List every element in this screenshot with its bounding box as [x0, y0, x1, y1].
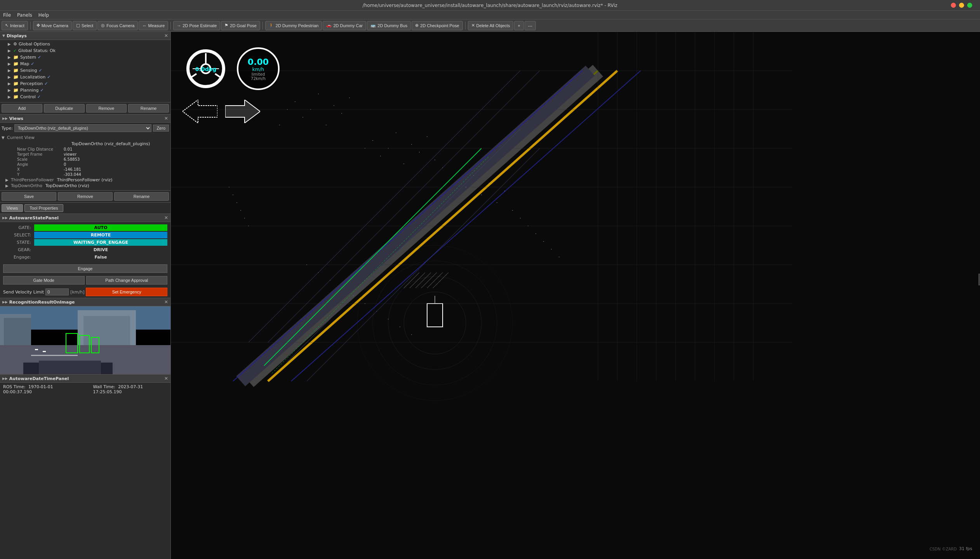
measure-button[interactable]: ↔ Measure	[139, 21, 168, 30]
tab-tool-properties[interactable]: Tool Properties	[24, 204, 63, 212]
engage-field-label: Engage:	[3, 255, 34, 260]
add-tool-button[interactable]: +	[514, 21, 523, 30]
maximize-button[interactable]	[967, 3, 972, 8]
tree-item-localization[interactable]: ▶ 📁 Localization ✓	[0, 74, 170, 80]
perception-arrow: ▶	[8, 82, 12, 86]
tree-item-system[interactable]: ▶ 📁 System ✓	[0, 54, 170, 61]
tree-item-planning[interactable]: ▶ 📁 Planning ✓	[0, 87, 170, 94]
recognition-toggle[interactable]: ▶▶ RecognitionResultOnImage	[2, 300, 75, 305]
more-tools-button[interactable]: ---	[525, 21, 536, 30]
duplicate-display-button[interactable]: Duplicate	[44, 104, 85, 113]
toolbar-separator	[30, 22, 31, 30]
datetime-section: ▶▶ AutowareDateTimePanel ✕ ROS Time: 197…	[0, 375, 170, 396]
delete-all-objects-button[interactable]: ✕ Delete All Objects	[468, 21, 514, 30]
top-down-ortho-item[interactable]: ▶ TopDownOrtho TopDownOrtho (rviz)	[2, 183, 169, 189]
svg-point-29	[341, 113, 342, 114]
views-toggle[interactable]: ▶▶ Views	[2, 116, 23, 121]
engage-button[interactable]: Engage	[3, 264, 167, 273]
cv-title-label	[9, 141, 71, 146]
cv-row-angle: Angle 0	[9, 162, 169, 167]
svg-point-32	[372, 140, 373, 141]
gate-mode-button[interactable]: Gate Mode	[3, 276, 85, 285]
focus-camera-button[interactable]: ◎ Focus Camera	[97, 21, 138, 30]
2d-dummy-bus-button[interactable]: 🚌 2D Dummy Bus	[367, 21, 411, 30]
cursor-icon: ↖	[5, 23, 9, 28]
svg-point-38	[419, 152, 420, 153]
svg-rect-6	[35, 349, 38, 350]
displays-close-icon[interactable]: ✕	[164, 33, 168, 38]
state-panel-title: AutowareStatePanel	[9, 215, 59, 220]
tree-item-control[interactable]: ▶ 📁 Control ✓	[0, 94, 170, 100]
remove-view-button[interactable]: Remove	[58, 192, 113, 201]
bus-icon: 🚌	[370, 23, 376, 28]
tdo-arrow: ▶	[5, 184, 9, 188]
svg-point-30	[349, 97, 350, 98]
menu-file[interactable]: File	[3, 12, 11, 18]
svg-point-46	[481, 194, 482, 195]
rename-view-button[interactable]: Rename	[114, 192, 169, 201]
velocity-input[interactable]	[45, 288, 69, 295]
recognition-close-icon[interactable]: ✕	[164, 299, 168, 305]
datetime-toggle[interactable]: ▶▶ AutowareDateTimePanel	[2, 376, 69, 381]
move-camera-button[interactable]: ✥ Move Camera	[33, 21, 72, 30]
state-field-value: WAITING_FOR_ENGAGE	[34, 239, 167, 246]
2d-dummy-pedestrian-button[interactable]: 🚶 2D Dummy Pedestrian	[265, 21, 322, 30]
svg-marker-110	[182, 100, 217, 123]
views-header: ▶▶ Views ✕	[0, 115, 170, 123]
save-view-button[interactable]: Save	[2, 192, 56, 201]
2d-pose-estimate-button[interactable]: → 2D Pose Estimate	[173, 21, 220, 30]
close-button[interactable]	[951, 3, 956, 8]
views-type-select[interactable]: TopDownOrtho (rviz_default_plugins)	[14, 124, 151, 132]
views-expand-arrow: ▶▶	[2, 116, 8, 120]
rename-display-button[interactable]: Rename	[128, 104, 169, 113]
titlebar: /home/universe/autoware_universe/install…	[0, 0, 980, 11]
svg-point-53	[535, 233, 536, 234]
tdo-value: TopDownOrtho (rviz)	[45, 183, 89, 188]
set-emergency-button[interactable]: Set Emergency	[86, 288, 167, 296]
add-display-button[interactable]: Add	[2, 104, 42, 113]
displays-list: ▶ ⚙ Global Options ▶ ✓ Global Status: Ok…	[0, 40, 170, 102]
interact-button[interactable]: ↖ Interact	[2, 21, 28, 30]
tab-views[interactable]: Views	[2, 204, 23, 212]
select-button[interactable]: ▢ Select	[73, 21, 97, 30]
tree-item-map[interactable]: ▶ 📁 Map ✓	[0, 61, 170, 67]
traffic-lights	[951, 3, 972, 8]
views-zero-button[interactable]: Zero	[153, 125, 169, 132]
fps-counter: 31 fps	[959, 546, 972, 551]
tree-item-global-status[interactable]: ▶ ✓ Global Status: Ok	[0, 47, 170, 54]
2d-checkpoint-pose-button[interactable]: ⊕ 2D Checkpoint Pose	[412, 21, 462, 30]
tree-item-perception[interactable]: ▶ 📁 Perception ✓	[0, 80, 170, 87]
recognition-arrow: ▶▶	[2, 300, 8, 304]
state-panel-close-icon[interactable]: ✕	[164, 215, 168, 220]
third-person-follower-item[interactable]: ▶ ThirdPersonFollower ThirdPersonFollowe…	[2, 177, 169, 183]
svg-rect-7	[43, 351, 46, 352]
tree-item-global-options[interactable]: ▶ ⚙ Global Options	[0, 41, 170, 47]
minimize-button[interactable]	[959, 3, 964, 8]
2d-goal-pose-button[interactable]: ⚑ 2D Goal Pose	[221, 21, 260, 30]
views-close-icon[interactable]: ✕	[164, 116, 168, 121]
cv-targetframe-value: viewer	[64, 152, 76, 156]
rviz-viewport[interactable]: 0.0deg 0.00 km/h limited 72km/h	[171, 32, 980, 559]
gate-row: GATE: AUTO	[3, 224, 167, 231]
state-panel-toggle[interactable]: ▶▶ AutowareStatePanel	[2, 215, 59, 220]
cv-nearclip-label: Near Clip Distance	[9, 147, 64, 151]
views-type-label: Type:	[2, 126, 13, 131]
engage-row: Engage	[0, 263, 170, 274]
views-section: ▶▶ Views ✕ Type: TopDownOrtho (rviz_defa…	[0, 115, 170, 214]
menu-panels[interactable]: Panels	[17, 12, 32, 18]
remove-display-button[interactable]: Remove	[86, 104, 127, 113]
gear-label: GEAR:	[3, 247, 34, 252]
datetime-close-icon[interactable]: ✕	[164, 376, 168, 381]
2d-dummy-car-button[interactable]: 🚗 2D Dummy Car	[323, 21, 366, 30]
tree-item-sensing[interactable]: ▶ 📁 Sensing ✓	[0, 67, 170, 74]
menu-help[interactable]: Help	[38, 12, 49, 18]
current-view-header[interactable]: ▼ Current View	[2, 135, 169, 140]
cv-nearclip-value: 0.01	[64, 147, 72, 151]
state-grid: GATE: AUTO SELECT: REMOTE STATE: WAITING…	[0, 222, 170, 263]
camera-image-svg	[0, 306, 170, 374]
path-change-approval-button[interactable]: Path Change Approval	[86, 276, 168, 285]
cv-scale-label: Scale	[9, 157, 64, 161]
displays-toggle[interactable]: ▼ Displays	[2, 33, 27, 38]
svg-point-22	[295, 101, 295, 102]
speed-limit-text: limited	[252, 72, 265, 76]
